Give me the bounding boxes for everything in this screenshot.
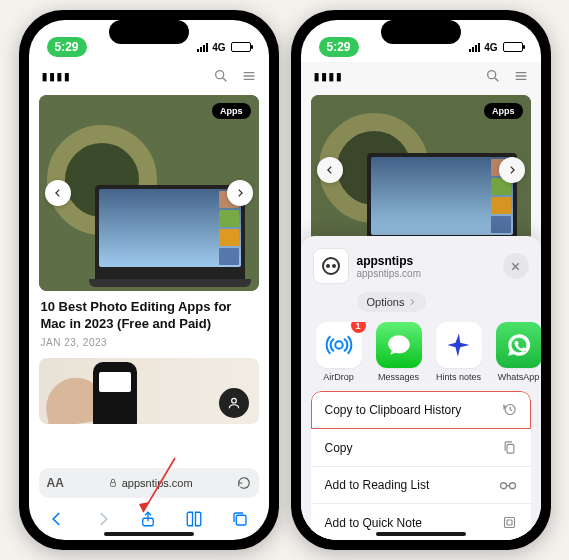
action-label: Copy to Clipboard History [325, 403, 462, 417]
category-badge: Apps [484, 103, 523, 119]
svg-rect-6 [110, 483, 115, 487]
forward-button[interactable] [86, 504, 120, 534]
signal-icon [469, 43, 480, 52]
category-badge[interactable]: Apps [212, 103, 251, 119]
action-copy[interactable]: Copy [311, 429, 531, 467]
svg-point-0 [215, 71, 223, 79]
share-favicon [313, 248, 349, 284]
share-subtitle: appsntips.com [357, 268, 495, 279]
action-add-reading-list[interactable]: Add to Reading List [311, 467, 531, 504]
hints-notes-icon [436, 322, 482, 368]
site-header: ▮▮▮▮ [29, 62, 269, 91]
share-app-whatsapp[interactable]: WhatsApp [493, 322, 541, 381]
notch [109, 20, 189, 44]
action-label: Add to Quick Note [325, 516, 422, 530]
status-time: 5:29 [319, 37, 359, 57]
airdrop-icon: 1 [316, 322, 362, 368]
network-label: 4G [212, 42, 225, 53]
carousel-prev-button [317, 157, 343, 183]
glasses-icon [499, 479, 517, 491]
signal-icon [197, 43, 208, 52]
address-bar[interactable]: AA appsntips.com [39, 468, 259, 498]
site-logo[interactable]: ▮▮▮▮ [41, 68, 71, 84]
svg-rect-24 [507, 520, 512, 525]
share-actions-list: Copy to Clipboard History Copy Add to Re… [311, 391, 531, 540]
url-text[interactable]: appsntips.com [70, 477, 231, 489]
chevron-right-icon [408, 298, 416, 306]
svg-point-11 [487, 71, 495, 79]
carousel-next-button [499, 157, 525, 183]
lock-icon [108, 478, 118, 488]
close-button[interactable] [503, 253, 529, 279]
share-app-hints-notes[interactable]: Hints notes [433, 322, 485, 381]
share-sheet: appsntips appsntips.com Options 1 AirDro [301, 236, 541, 540]
share-title: appsntips [357, 254, 495, 268]
share-app-label: WhatsApp [493, 372, 541, 382]
action-label: Copy [325, 441, 353, 455]
search-icon[interactable] [213, 68, 229, 84]
svg-point-22 [509, 483, 515, 489]
secondary-article-card[interactable] [39, 358, 259, 424]
whatsapp-icon [496, 322, 541, 368]
site-header: ▮▮▮▮ [301, 62, 541, 91]
share-header: appsntips appsntips.com [301, 246, 541, 292]
history-icon [502, 402, 517, 417]
messages-icon [376, 322, 422, 368]
search-icon[interactable] [485, 68, 501, 84]
profile-fab[interactable] [219, 388, 249, 418]
url-domain: appsntips.com [122, 477, 193, 489]
home-indicator[interactable] [104, 532, 194, 536]
reload-icon[interactable] [237, 476, 251, 490]
article-date: JAN 23, 2023 [29, 333, 269, 358]
bookmarks-button[interactable] [177, 504, 211, 534]
site-logo[interactable]: ▮▮▮▮ [313, 68, 343, 84]
home-indicator[interactable] [376, 532, 466, 536]
phone-right: 5:29 4G ▮▮▮▮ [291, 10, 551, 550]
article-title[interactable]: 10 Best Photo Editing Apps for Mac in 20… [29, 299, 269, 333]
svg-rect-23 [504, 518, 514, 528]
action-copy-clipboard-history[interactable]: Copy to Clipboard History [311, 391, 531, 429]
share-app-label: AirDrop [313, 372, 365, 382]
share-app-label: Hints notes [433, 372, 485, 382]
menu-icon[interactable] [241, 68, 257, 84]
back-button[interactable] [40, 504, 74, 534]
carousel-prev-button[interactable] [45, 180, 71, 206]
copy-icon [502, 440, 517, 455]
svg-point-5 [231, 398, 236, 403]
share-options-button[interactable]: Options [357, 292, 427, 312]
svg-point-18 [335, 341, 343, 349]
action-label: Add to Reading List [325, 478, 430, 492]
hero-carousel: Apps [311, 95, 531, 245]
svg-rect-20 [507, 445, 514, 454]
text-size-button[interactable]: AA [47, 476, 64, 490]
share-app-label: Messages [373, 372, 425, 382]
battery-icon [231, 42, 251, 52]
menu-icon[interactable] [513, 68, 529, 84]
share-app-airdrop[interactable]: 1 AirDrop [313, 322, 365, 381]
phone-left: 5:29 4G ▮▮▮▮ [19, 10, 279, 550]
screen-share-sheet: 5:29 4G ▮▮▮▮ [301, 20, 541, 540]
battery-icon [503, 42, 523, 52]
hero-carousel[interactable]: Apps [39, 95, 259, 291]
notch [381, 20, 461, 44]
page-content[interactable]: Apps 10 Best Photo Editing Apps for Mac … [29, 91, 269, 460]
status-right: 4G [469, 42, 522, 53]
svg-line-1 [223, 78, 226, 81]
carousel-next-button[interactable] [227, 180, 253, 206]
quick-note-icon [502, 515, 517, 530]
share-apps-row[interactable]: 1 AirDrop Messages Hints notes [301, 322, 541, 391]
tabs-button[interactable] [223, 504, 257, 534]
network-label: 4G [484, 42, 497, 53]
share-button[interactable] [131, 504, 165, 534]
svg-line-12 [495, 78, 498, 81]
share-options-label: Options [367, 296, 405, 308]
svg-point-21 [500, 483, 506, 489]
screen-safari: 5:29 4G ▮▮▮▮ [29, 20, 269, 540]
svg-rect-10 [236, 515, 246, 525]
share-app-messages[interactable]: Messages [373, 322, 425, 381]
status-right: 4G [197, 42, 250, 53]
status-time: 5:29 [47, 37, 87, 57]
